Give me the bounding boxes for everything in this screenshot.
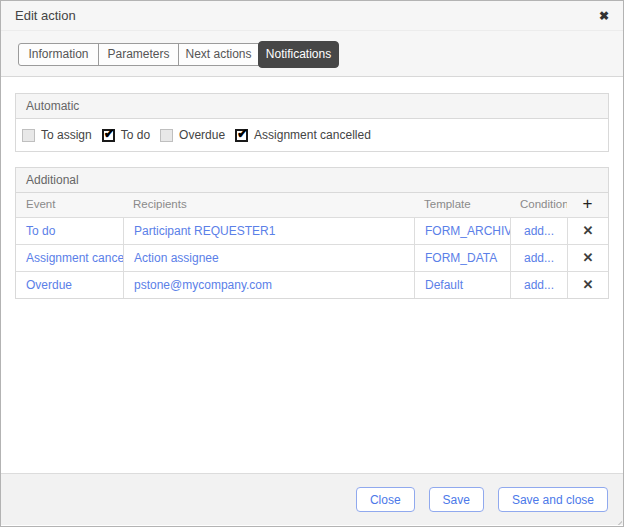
checkbox-item-overdue[interactable]: Overdue	[160, 128, 225, 142]
check-icon: ✔	[237, 126, 248, 141]
dialog-titlebar: Edit action ✖	[1, 1, 623, 31]
remove-row-icon[interactable]: ✕	[583, 277, 594, 292]
tab-bar: Information Parameters Next actions Noti…	[1, 31, 623, 77]
checkbox-icon[interactable]: ✔	[102, 129, 115, 142]
dialog-title: Edit action	[15, 8, 76, 23]
remove-row-icon[interactable]: ✕	[583, 223, 594, 238]
checkbox-icon[interactable]: ✔	[235, 129, 248, 142]
automatic-checkbox-row: To assign ✔ To do Overdue ✔ Assignment c…	[16, 119, 608, 151]
column-header-recipients: Recipients	[123, 193, 414, 217]
checkbox-item-to-assign[interactable]: To assign	[22, 128, 92, 142]
resize-grip[interactable]	[612, 515, 622, 525]
checkbox-item-assignment-cancelled[interactable]: ✔ Assignment cancelled	[235, 128, 371, 142]
table-row: Overdue pstone@mycompany.com Default add…	[16, 271, 608, 298]
tab-parameters[interactable]: Parameters	[98, 43, 179, 66]
event-link[interactable]: To do	[26, 224, 55, 238]
tab-notifications[interactable]: Notifications	[258, 41, 339, 68]
tab-information[interactable]: Information	[18, 43, 99, 66]
checkbox-label: To do	[121, 128, 150, 142]
additional-panel: Additional Event Recipients Template Con…	[15, 167, 609, 299]
recipients-link[interactable]: Action assignee	[134, 251, 219, 265]
column-header-condition: Condition	[510, 193, 567, 217]
checkbox-icon[interactable]	[22, 129, 35, 142]
check-icon: ✔	[104, 126, 115, 141]
checkbox-label: Assignment cancelled	[254, 128, 371, 142]
tab-next-actions[interactable]: Next actions	[178, 43, 259, 66]
condition-add-link[interactable]: add...	[524, 251, 554, 265]
checkbox-icon[interactable]	[160, 129, 173, 142]
automatic-panel: Automatic To assign ✔ To do Overdue ✔ As…	[15, 93, 609, 152]
condition-add-link[interactable]: add...	[524, 224, 554, 238]
edit-action-dialog: Edit action ✖ Information Parameters Nex…	[0, 0, 624, 527]
recipients-link[interactable]: pstone@mycompany.com	[134, 278, 272, 292]
additional-panel-title: Additional	[16, 168, 608, 193]
column-header-event: Event	[16, 193, 123, 217]
checkbox-item-to-do[interactable]: ✔ To do	[102, 128, 150, 142]
save-button[interactable]: Save	[429, 487, 484, 512]
checkbox-label: Overdue	[179, 128, 225, 142]
template-link[interactable]: FORM_ARCHIVE	[425, 224, 510, 238]
template-link[interactable]: Default	[425, 278, 463, 292]
close-button[interactable]: Close	[356, 487, 415, 512]
event-link[interactable]: Assignment cancelled	[26, 251, 123, 265]
table-header-row: Event Recipients Template Condition +	[16, 193, 608, 217]
save-and-close-button[interactable]: Save and close	[498, 487, 608, 512]
column-header-template: Template	[414, 193, 510, 217]
table-row: Assignment cancelled Action assignee FOR…	[16, 244, 608, 271]
close-icon[interactable]: ✖	[599, 10, 609, 22]
dialog-body: Automatic To assign ✔ To do Overdue ✔ As…	[1, 77, 623, 474]
automatic-panel-title: Automatic	[16, 94, 608, 119]
recipients-link[interactable]: Participant REQUESTER1	[134, 224, 275, 238]
table-row: To do Participant REQUESTER1 FORM_ARCHIV…	[16, 217, 608, 244]
event-link[interactable]: Overdue	[26, 278, 72, 292]
add-row-icon[interactable]: +	[583, 194, 593, 213]
checkbox-label: To assign	[41, 128, 92, 142]
condition-add-link[interactable]: add...	[524, 278, 554, 292]
remove-row-icon[interactable]: ✕	[583, 250, 594, 265]
dialog-footer: Close Save Save and close	[1, 474, 623, 525]
template-link[interactable]: FORM_DATA	[425, 251, 497, 265]
